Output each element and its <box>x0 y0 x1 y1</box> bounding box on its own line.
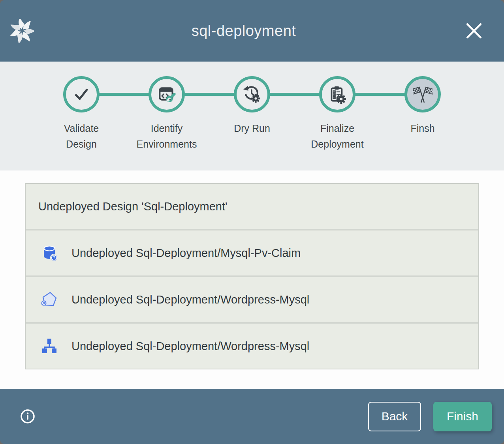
clipboard-checklist-gear-icon <box>327 84 347 104</box>
deployment-results-list: Undeployed Design 'Sql-Deployment' ? Und… <box>25 183 479 369</box>
dialog-footer: Back Finish <box>0 389 504 444</box>
wizard-stepper: Validate Design Identify Environments Dr… <box>0 62 504 170</box>
list-item-text: Undeployed Sql-Deployment/Mysql-Pv-Claim <box>71 247 301 260</box>
step-label-finalize-deployment: Finalize Deployment <box>295 120 380 152</box>
step-label-dry-run: Dry Run <box>209 120 295 152</box>
sync-clock-gear-icon <box>242 84 262 104</box>
step-circle-validate-design[interactable] <box>63 76 100 112</box>
code-window-wrench-icon <box>157 84 177 104</box>
back-button[interactable]: Back <box>368 402 421 431</box>
finish-button[interactable]: Finish <box>433 402 492 431</box>
step-circle-dry-run[interactable] <box>234 76 270 112</box>
info-button[interactable] <box>20 408 36 424</box>
list-item-wordpress-mysql-label: Undeployed Sql-Deployment/Wordpress-Mysq… <box>26 275 478 322</box>
step-label-validate-design: Validate Design <box>39 120 124 152</box>
dialog-title: sql-deployment <box>192 22 296 39</box>
close-icon <box>466 22 482 39</box>
close-button[interactable] <box>465 22 483 39</box>
dialog-body: Undeployed Design 'Sql-Deployment' ? Und… <box>0 170 504 389</box>
list-item-mysql-pv-claim: ? Undeployed Sql-Deployment/Mysql-Pv-Cla… <box>26 229 478 275</box>
step-circle-finalize-deployment[interactable] <box>319 76 355 112</box>
check-icon <box>71 84 91 104</box>
step-label-identify-environments: Identify Environments <box>124 120 209 152</box>
list-item-wordpress-mysql-tree: Undeployed Sql-Deployment/Wordpress-Mysq… <box>26 322 478 369</box>
nirmata-swirl-logo-icon <box>10 19 34 43</box>
step-circle-finish[interactable] <box>404 76 441 112</box>
info-icon <box>20 408 36 424</box>
database-icon: ? <box>40 244 59 262</box>
step-circle-identify-environments[interactable] <box>149 76 185 112</box>
svg-text:?: ? <box>53 256 55 260</box>
step-label-finish: Finsh <box>380 120 465 152</box>
tree-hierarchy-icon <box>40 337 59 356</box>
list-item-text: Undeployed Design 'Sql-Deployment' <box>38 200 228 213</box>
label-pentagon-icon <box>40 290 59 309</box>
list-item-design: Undeployed Design 'Sql-Deployment' <box>26 184 478 229</box>
deployment-wizard-dialog: sql-deployment <box>0 0 504 444</box>
list-item-text: Undeployed Sql-Deployment/Wordpress-Mysq… <box>71 293 309 306</box>
list-item-text: Undeployed Sql-Deployment/Wordpress-Mysq… <box>71 340 309 353</box>
dialog-header: sql-deployment <box>0 0 504 62</box>
checkered-flags-icon <box>413 84 433 104</box>
